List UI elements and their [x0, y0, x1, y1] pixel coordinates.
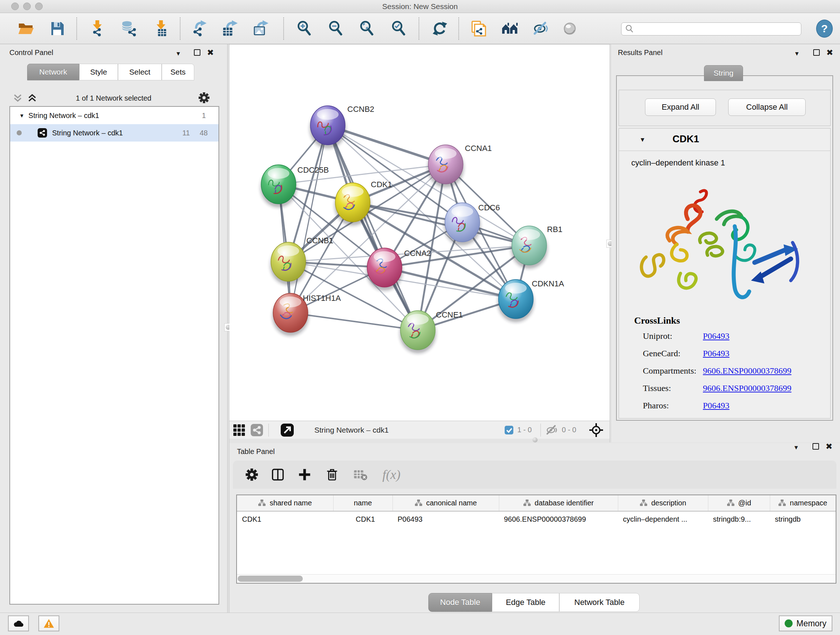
panel-close-icon[interactable]: ✖: [826, 443, 832, 450]
open-file-icon[interactable]: [17, 19, 35, 38]
tab-select[interactable]: Select: [118, 64, 162, 80]
function-builder-icon[interactable]: f(x): [382, 467, 401, 482]
crosslink-link[interactable]: P06493: [703, 401, 729, 410]
column-header-canonical-name[interactable]: canonical name: [393, 495, 499, 511]
table-horizontal-scrollbar[interactable]: [237, 574, 836, 583]
panel-float-icon[interactable]: [813, 443, 819, 450]
zoom-in-icon[interactable]: [295, 19, 314, 38]
network-edge[interactable]: [353, 203, 529, 245]
node-label: CDC25B: [297, 165, 329, 174]
collection-expand-icon[interactable]: ▾: [20, 112, 24, 119]
table-cell[interactable]: cyclin–dependent ...: [618, 511, 708, 527]
table-cell[interactable]: stringdb: [770, 511, 836, 527]
delete-table-icon[interactable]: [353, 467, 368, 482]
protein-section-header[interactable]: ▾ CDK1: [619, 128, 830, 151]
network-row-selected[interactable]: String Network – cdk1 11 48: [10, 124, 218, 141]
tab-edge-table[interactable]: Edge Table: [492, 593, 559, 612]
detach-view-icon[interactable]: [280, 423, 294, 437]
network-node-CCNE1[interactable]: [400, 310, 436, 353]
save-session-icon[interactable]: [48, 19, 66, 38]
tab-network-table[interactable]: Network Table: [559, 593, 639, 612]
panel-float-icon[interactable]: [813, 49, 820, 56]
expand-all-button[interactable]: Expand All: [645, 98, 716, 116]
network-node-CDC6[interactable]: [444, 203, 480, 245]
panel-close-icon[interactable]: ✖: [207, 49, 214, 56]
network-node-CDC25B[interactable]: [261, 165, 297, 207]
network-node-CCNA1[interactable]: [428, 145, 464, 187]
network-edge[interactable]: [328, 125, 418, 330]
tab-string[interactable]: String: [704, 65, 743, 81]
tab-sets[interactable]: Sets: [162, 64, 194, 80]
table-cell[interactable]: CDK1: [237, 511, 333, 527]
help-button[interactable]: ?: [816, 19, 833, 38]
zoom-fit-icon[interactable]: [358, 19, 376, 38]
delete-column-icon[interactable]: [325, 468, 339, 481]
show-all-networks-icon[interactable]: [501, 19, 519, 38]
column-header--id[interactable]: @id: [708, 495, 770, 511]
hidden-eye-icon[interactable]: [546, 424, 558, 436]
panel-close-icon[interactable]: ✖: [826, 49, 833, 56]
network-node-RB1[interactable]: [511, 226, 547, 269]
show-grayed-eye-icon[interactable]: [561, 19, 579, 38]
warning-button[interactable]: [38, 616, 59, 631]
table-row[interactable]: CDK1CDK1P064939606.ENSP00000378699cyclin…: [237, 511, 836, 527]
tab-style[interactable]: Style: [79, 64, 118, 80]
export-table-icon[interactable]: [221, 19, 239, 38]
network-edge[interactable]: [291, 313, 418, 330]
import-network-database-icon[interactable]: [120, 19, 138, 38]
crosslink-link[interactable]: P06493: [703, 331, 729, 341]
tab-node-table[interactable]: Node Table: [428, 593, 492, 612]
refresh-icon[interactable]: [431, 19, 449, 38]
zoom-selected-icon[interactable]: [390, 19, 408, 38]
network-node-CCNB2[interactable]: [309, 106, 346, 149]
table-cell[interactable]: stringdb:9...: [708, 511, 770, 527]
table-cell[interactable]: P06493: [393, 511, 499, 527]
import-network-file-icon[interactable]: [88, 19, 107, 38]
crosslink-link[interactable]: P06493: [703, 348, 729, 358]
scrollbar-thumb[interactable]: [238, 576, 303, 582]
section-expand-icon[interactable]: ▾: [641, 135, 644, 144]
column-header-description[interactable]: description: [618, 495, 708, 511]
cloud-button[interactable]: [8, 616, 29, 631]
export-image-icon[interactable]: [251, 19, 270, 38]
network-options-gear-icon[interactable]: [198, 92, 210, 103]
network-collection-row[interactable]: ▾ String Network – cdk1 1: [10, 107, 218, 124]
network-view-toolbar: String Network – cdk1 1 - 0 0 - 0: [229, 421, 609, 439]
add-column-icon[interactable]: [298, 468, 311, 481]
network-node-CCNA2[interactable]: [366, 248, 403, 291]
collapse-all-button[interactable]: Collapse All: [728, 98, 806, 116]
panel-menu-icon[interactable]: ▾: [794, 443, 798, 451]
search-input[interactable]: [637, 25, 801, 33]
column-header-name[interactable]: name: [333, 495, 393, 511]
copy-network-icon[interactable]: [469, 19, 487, 38]
network-node-CDKN1A[interactable]: [498, 279, 534, 322]
column-header-namespace[interactable]: namespace: [770, 495, 836, 511]
panel-menu-icon[interactable]: ▾: [795, 49, 799, 57]
zoom-out-icon[interactable]: [327, 19, 345, 38]
crosslink-link[interactable]: 9606.ENSP00000378699: [703, 366, 791, 376]
splitter-handle[interactable]: [532, 437, 538, 442]
crosslink-link[interactable]: 9606.ENSP00000378699: [703, 383, 791, 393]
panel-float-icon[interactable]: [194, 49, 201, 56]
memory-button[interactable]: Memory: [779, 616, 832, 631]
network-mode-icon[interactable]: [250, 424, 264, 437]
table-cell[interactable]: 9606.ENSP00000378699: [499, 511, 618, 527]
birdseye-crosshair-icon[interactable]: [589, 423, 604, 438]
panel-menu-icon[interactable]: ▾: [177, 49, 180, 57]
show-columns-icon[interactable]: [271, 468, 284, 481]
table-gear-icon[interactable]: [245, 468, 258, 481]
export-network-icon[interactable]: [190, 19, 208, 38]
import-table-file-icon[interactable]: [152, 19, 171, 38]
column-header-shared-name[interactable]: shared name: [237, 495, 333, 511]
network-canvas[interactable]: CCNB2CCNA1CDC25BCDK1CDC6RB1CCNB1CCNA2CDK…: [229, 44, 609, 421]
tab-network[interactable]: Network: [27, 64, 79, 80]
hide-selected-icon[interactable]: [532, 19, 550, 38]
table-cell[interactable]: CDK1: [333, 511, 393, 527]
window-title: Session: New Session: [0, 2, 840, 11]
network-node-CCNB1[interactable]: [270, 242, 306, 285]
search-field[interactable]: [621, 22, 801, 35]
selected-checkbox-icon[interactable]: [504, 425, 514, 435]
grid-mode-icon[interactable]: [233, 424, 245, 436]
network-node-CDK1[interactable]: [335, 183, 371, 226]
column-header-database-identifier[interactable]: database identifier: [499, 495, 618, 511]
